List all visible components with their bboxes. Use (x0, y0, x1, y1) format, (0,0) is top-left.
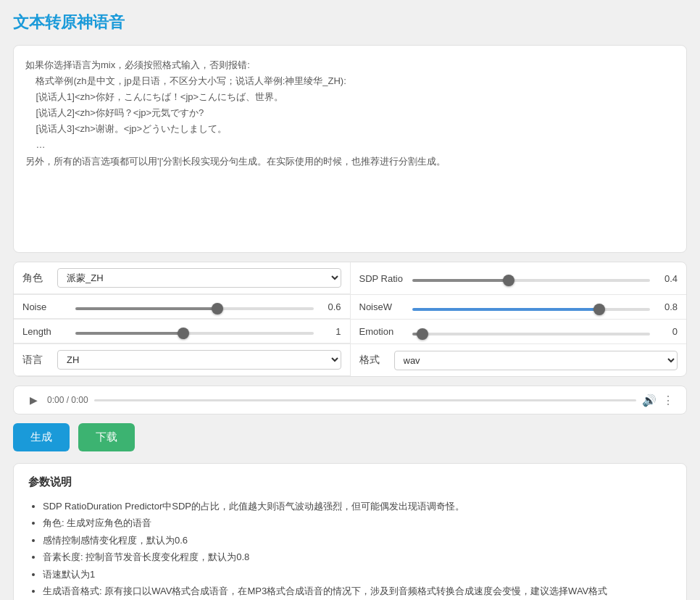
format-select[interactable]: wav mp3 ogg (394, 351, 678, 370)
noise-slider[interactable] (75, 307, 314, 310)
button-row: 生成 下载 (13, 423, 687, 451)
audio-more-icon[interactable]: ⋮ (662, 393, 675, 407)
noisew-value: 0.8 (656, 301, 678, 312)
page-container: 文本转原神语音 如果你选择语言为mix，必须按照格式输入，否则报错: 格式举例(… (13, 12, 687, 600)
audio-progress-track[interactable] (94, 399, 636, 401)
sdp-slider[interactable] (412, 279, 651, 282)
param-item-4: 音素长度: 控制音节发音长度变化程度，默认为0.8 (43, 549, 672, 565)
param-item-5: 语速默认为1 (43, 566, 672, 583)
sdp-value: 0.4 (656, 273, 678, 284)
page-title: 文本转原神语音 (13, 12, 687, 33)
audio-time: 0:00 / 0:00 (47, 395, 88, 405)
noise-value: 0.6 (320, 301, 341, 312)
emotion-slider[interactable] (412, 333, 651, 336)
noisew-slider[interactable] (412, 308, 651, 311)
param-item-6: 生成语音格式: 原有接口以WAV格式合成语音，在MP3格式合成语音的情况下，涉及… (43, 583, 672, 599)
length-label: Length (22, 326, 70, 337)
role-label: 角色 (22, 272, 51, 285)
audio-play-button[interactable]: ▶ (25, 392, 41, 408)
params-card: 参数说明 SDP RatioDuration Predictor中SDP的占比，… (13, 463, 687, 600)
params-list: SDP RatioDuration Predictor中SDP的占比，此值越大则… (28, 498, 672, 599)
emotion-value: 0 (656, 326, 678, 337)
format-label: 格式 (359, 354, 388, 367)
noisew-label: NoiseW (359, 301, 407, 312)
length-slider[interactable] (75, 332, 314, 335)
emotion-label: Emotion (359, 326, 407, 337)
main-text-input[interactable]: 如果你选择语言为mix，必须按照格式输入，否则报错: 格式举例(zh是中文，jp… (25, 57, 675, 238)
sdp-label: SDP Ratio (359, 273, 407, 284)
language-select[interactable]: ZH JP EN mix (57, 350, 341, 370)
download-button[interactable]: 下载 (78, 423, 135, 451)
noise-label: Noise (22, 301, 70, 312)
generate-button[interactable]: 生成 (13, 423, 70, 451)
length-value: 1 (320, 326, 341, 337)
language-label: 语言 (22, 354, 51, 367)
audio-volume-icon[interactable]: 🔊 (642, 393, 657, 407)
audio-bar: ▶ 0:00 / 0:00 🔊 ⋮ (13, 386, 687, 414)
param-item-3: 感情控制感情变化程度，默认为0.6 (43, 532, 672, 549)
param-item-1: SDP RatioDuration Predictor中SDP的占比，此值越大则… (43, 498, 672, 514)
text-input-card: 如果你选择语言为mix，必须按照格式输入，否则报错: 格式举例(zh是中文，jp… (13, 45, 687, 253)
param-item-2: 角色: 生成对应角色的语音 (43, 514, 672, 531)
role-select[interactable]: 派蒙_ZH 神里绫华_ZH 雷电将军_ZH (57, 268, 341, 288)
controls-card: 角色 派蒙_ZH 神里绫华_ZH 雷电将军_ZH SDP Ratio 0.4 N… (13, 262, 687, 377)
params-title: 参数说明 (28, 475, 672, 489)
